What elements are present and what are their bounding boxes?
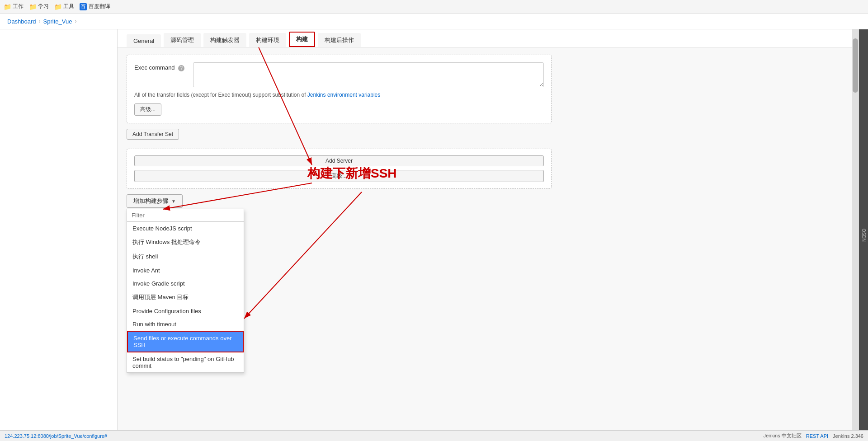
dropdown-item-4[interactable]: Invoke Gradle script (127, 277, 244, 290)
info-text: All of the transfer fields (except for E… (134, 92, 544, 98)
tab-build[interactable]: 构建 (289, 32, 315, 47)
status-rest-api[interactable]: REST API (806, 433, 828, 439)
taskbar-item-translate[interactable]: 百 百度翻译 (80, 3, 110, 10)
advanced-server-button[interactable]: 高级... (134, 170, 544, 182)
advanced-btn-row: 高级... (134, 103, 544, 116)
tab-general[interactable]: General (127, 34, 161, 47)
advanced-button[interactable]: 高级... (134, 103, 161, 116)
status-right: Jenkins 中文社区 REST API Jenkins 2.346 (763, 432, 863, 439)
exec-command-input[interactable] (193, 62, 544, 87)
svg-line-3 (244, 192, 362, 319)
content-area: General 源码管理 构建触发器 构建环境 构建 构建后操作 Exec co… (118, 29, 852, 441)
add-transfer-set-button[interactable]: Add Transfer Set (127, 129, 179, 140)
add-build-step-label: 增加构建步骤 (133, 197, 169, 205)
taskbar: 📁 工作 📁 学习 📁 工具 百 百度翻译 (0, 0, 868, 14)
dropdown-item-3[interactable]: Invoke Ant (127, 264, 244, 277)
status-community: Jenkins 中文社区 (763, 432, 801, 439)
taskbar-item-study[interactable]: 📁 学习 (29, 3, 49, 10)
dropdown-arrow-icon: ▼ (171, 199, 176, 204)
folder-icon-tools: 📁 (54, 3, 61, 10)
add-build-step-area: 增加构建步骤 ▼ Execute NodeJS script 执行 Window… (127, 194, 552, 208)
panel-content: Exec command ? All of the transfer field… (118, 47, 561, 215)
taskbar-item-tools[interactable]: 📁 工具 (54, 3, 74, 10)
dropdown-item-7[interactable]: Run with timeout (127, 318, 244, 331)
tab-post-build[interactable]: 构建后操作 (318, 33, 361, 47)
taskbar-label-study: 学习 (38, 3, 49, 10)
status-version: Jenkins 2.346 (833, 433, 863, 439)
dropdown-item-9[interactable]: Set build status to "pending" on GitHub … (127, 352, 244, 372)
dropdown-item-ssh[interactable]: Send files or execute commands over SSH (127, 331, 244, 352)
dropdown-item-6[interactable]: Provide Configuration files (127, 305, 244, 318)
taskbar-label-work: 工作 (13, 3, 24, 10)
exec-command-label-text: Exec command (134, 64, 175, 71)
folder-icon-work: 📁 (4, 3, 11, 10)
translate-icon: 百 (80, 3, 87, 10)
build-step-dropdown: Execute NodeJS script 执行 Windows 批处理命令 执… (127, 209, 244, 373)
dropdown-item-5[interactable]: 调用顶层 Maven 目标 (127, 290, 244, 305)
tab-trigger[interactable]: 构建触发器 (203, 33, 246, 47)
exec-command-help-icon[interactable]: ? (178, 65, 184, 71)
jenkins-env-vars-link[interactable]: Jenkins environment variables (307, 92, 380, 98)
main-area: General 源码管理 构建触发器 构建环境 构建 构建后操作 Exec co… (0, 29, 868, 441)
breadcrumb-sprite-vue[interactable]: Sprite_Vue (43, 18, 72, 25)
tab-source[interactable]: 源码管理 (164, 33, 201, 47)
status-url: 124.223.75.12:8080/job/Sprite_Vue/config… (5, 433, 107, 439)
scrollbar-thumb[interactable] (853, 38, 858, 93)
left-sidebar (0, 29, 118, 441)
exec-command-section: Exec command ? All of the transfer field… (127, 55, 552, 123)
taskbar-label-tools: 工具 (63, 3, 74, 10)
breadcrumb: Dashboard › Sprite_Vue › (0, 14, 868, 29)
folder-icon-study: 📁 (29, 3, 36, 10)
status-bar: 124.223.75.12:8080/job/Sprite_Vue/config… (0, 430, 868, 441)
dropdown-item-1[interactable]: 执行 Windows 批处理命令 (127, 235, 244, 249)
breadcrumb-sep-1: › (39, 18, 41, 24)
tabs-bar: General 源码管理 构建触发器 构建环境 构建 构建后操作 (118, 29, 852, 47)
add-server-button[interactable]: Add Server (134, 155, 544, 166)
info-text-content: All of the transfer fields (except for E… (134, 92, 306, 98)
server-section: Add Server 高级... (127, 149, 552, 189)
dropdown-item-0[interactable]: Execute NodeJS script (127, 222, 244, 235)
taskbar-item-work[interactable]: 📁 工作 (4, 3, 24, 10)
osdn-sidebar: OSDN (859, 29, 868, 441)
tab-env[interactable]: 构建环境 (249, 33, 286, 47)
dropdown-filter-input[interactable] (127, 209, 244, 222)
osdn-label: OSDN (861, 229, 866, 242)
breadcrumb-dashboard[interactable]: Dashboard (7, 18, 36, 25)
add-build-step-button[interactable]: 增加构建步骤 ▼ (127, 194, 183, 208)
taskbar-label-translate: 百度翻译 (89, 3, 110, 10)
exec-command-label: Exec command ? (134, 62, 189, 71)
exec-command-field-row: Exec command ? (134, 62, 544, 87)
breadcrumb-sep-2: › (75, 18, 76, 24)
right-scrollbar[interactable] (852, 29, 859, 441)
dropdown-item-2[interactable]: 执行 shell (127, 249, 244, 264)
add-transfer-row: Add Transfer Set (127, 129, 552, 140)
